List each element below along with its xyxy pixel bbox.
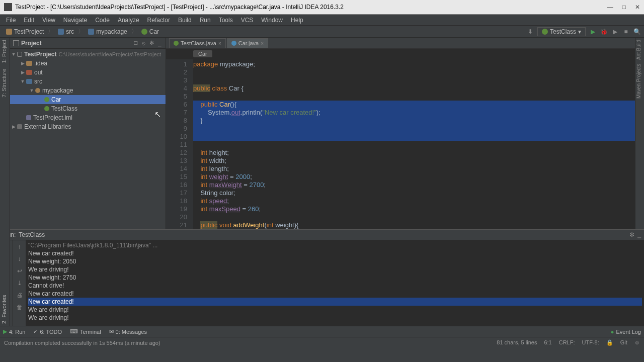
project-tree[interactable]: ▼ TestProject C:\Users\student\IdeaProje… [10, 49, 166, 229]
lock-icon[interactable]: 🔒 [606, 339, 613, 346]
close-tab-icon[interactable]: × [218, 41, 221, 46]
left-tool-stripe: 1: Project 7: Structure [0, 38, 10, 229]
tab-car-java[interactable]: Car.java × [227, 38, 268, 48]
settings-icon[interactable]: ✻ [148, 40, 155, 46]
chevron-down-icon[interactable]: ▼ [10, 52, 17, 57]
tree-package[interactable]: ▼ mypackage [10, 86, 166, 95]
class-icon [174, 41, 179, 46]
folder-icon [26, 79, 32, 84]
tab-project[interactable]: 1: Project [1, 40, 9, 63]
menu-tools[interactable]: Tools [215, 16, 237, 25]
chevron-down-icon[interactable]: ▼ [28, 88, 35, 93]
tree-src[interactable]: ▼ src [10, 77, 166, 86]
settings-icon[interactable]: ✻ [629, 231, 634, 238]
close-icon[interactable]: ✕ [635, 4, 640, 11]
breadcrumb-package[interactable]: mypackage [85, 28, 130, 36]
menu-help[interactable]: Help [287, 16, 307, 25]
hector-icon[interactable]: ☺ [634, 339, 640, 346]
tree-external-libraries[interactable]: ▶ External Libraries [10, 122, 166, 131]
maximize-icon[interactable]: □ [622, 4, 626, 11]
debug-button[interactable]: 🐞 [600, 28, 608, 36]
caret-position[interactable]: 6:1 [544, 339, 551, 346]
editor-breadcrumb: Car [166, 49, 644, 59]
up-stack-icon[interactable]: ↑ [15, 242, 24, 251]
tab-structure[interactable]: 7: Structure [1, 69, 9, 98]
menu-window[interactable]: Window [257, 16, 287, 25]
soft-wrap-icon[interactable]: ↩ [15, 266, 24, 276]
chevron-down-icon[interactable]: ▼ [19, 79, 26, 84]
collapse-all-icon[interactable]: ⊟ [132, 40, 139, 46]
menu-build[interactable]: Build [174, 16, 196, 25]
folder-icon [58, 29, 64, 35]
class-icon [231, 41, 236, 46]
tab-messages[interactable]: ✉0: Messages [109, 328, 147, 335]
hide-icon[interactable]: ⎯ [637, 231, 641, 238]
tree-car[interactable]: Car [10, 95, 166, 104]
folder-icon [26, 61, 32, 66]
editor-tabs: TestClass.java × Car.java × [166, 38, 644, 49]
status-message: Compilation completed successfully in 1s… [4, 340, 160, 346]
search-everywhere-icon[interactable]: 🔍 [633, 28, 641, 36]
menu-run[interactable]: Run [196, 16, 215, 25]
line-separator[interactable]: CRLF: [559, 339, 575, 346]
clear-all-icon[interactable]: 🗑 [15, 303, 24, 312]
app-icon [4, 3, 12, 11]
code-text[interactable]: package mypackage; public class Car { pu… [193, 59, 638, 229]
console-output[interactable]: "C:\Program Files\Java\jdk1.8.0_111\bin\… [26, 240, 644, 326]
module-icon [17, 52, 22, 57]
tree-testclass[interactable]: TestClass [10, 104, 166, 113]
editor-breadcrumb-class[interactable]: Car [193, 50, 212, 57]
breadcrumb-class[interactable]: Car [138, 28, 162, 36]
run-config-selector[interactable]: TestClass ▾ [537, 27, 586, 36]
folder-icon [6, 29, 12, 35]
menu-analyze[interactable]: Analyze [114, 16, 143, 25]
class-icon [44, 97, 49, 102]
tab-todo[interactable]: ✓6: TODO [33, 328, 62, 335]
make-project-icon[interactable]: ⬇ [526, 28, 534, 36]
tree-out[interactable]: ▶ out [10, 68, 166, 77]
run-config-name: TestClass [19, 231, 45, 238]
tree-iml[interactable]: TestProject.iml [10, 113, 166, 122]
class-icon [141, 29, 147, 35]
scroll-from-source-icon[interactable]: ⎋ [141, 40, 146, 46]
code-editor[interactable]: 123456789101112131415161718192021 packag… [166, 59, 644, 229]
menu-file[interactable]: File [2, 16, 20, 25]
breadcrumb-project[interactable]: TestProject [3, 28, 47, 36]
stop-button[interactable]: ■ [622, 28, 630, 36]
tree-root[interactable]: ▼ TestProject C:\Users\student\IdeaProje… [10, 50, 166, 59]
coverage-button[interactable]: ▶ [611, 28, 619, 36]
tab-run[interactable]: ▶4: Run [3, 328, 25, 335]
vcs-branch[interactable]: Git [620, 339, 627, 346]
tab-ant-build[interactable]: Ant Build [636, 40, 643, 60]
menu-refactor[interactable]: Refactor [143, 16, 174, 25]
chevron-right-icon[interactable]: ▶ [19, 70, 26, 75]
menu-edit[interactable]: Edit [20, 16, 38, 25]
tab-testclass-java[interactable]: TestClass.java × [169, 38, 226, 48]
file-encoding[interactable]: UTF-8: [582, 339, 599, 346]
print-icon[interactable]: 🖨 [15, 291, 24, 300]
chevron-right-icon[interactable]: ▶ [10, 124, 17, 129]
breadcrumb-src[interactable]: src [55, 28, 77, 36]
tree-idea[interactable]: ▶ .idea [10, 59, 166, 68]
scroll-to-end-icon[interactable]: ⤓ [15, 279, 24, 288]
project-title[interactable]: Project [21, 40, 130, 47]
chevron-right-icon[interactable]: ▶ [19, 61, 26, 66]
hide-icon[interactable]: ⎯ [157, 40, 163, 46]
window-title: TestProject - [C:\Users\student\IdeaProj… [15, 4, 344, 11]
down-stack-icon[interactable]: ↓ [15, 254, 24, 263]
menu-navigate[interactable]: Navigate [59, 16, 91, 25]
event-log-icon: ● [611, 329, 614, 335]
menu-code[interactable]: Code [91, 16, 114, 25]
close-tab-icon[interactable]: × [261, 41, 264, 46]
play-icon: ▶ [3, 328, 7, 335]
run-button[interactable]: ▶ [589, 28, 597, 36]
tab-favorites[interactable]: 2: Favorites [1, 231, 7, 324]
menu-view[interactable]: View [38, 16, 59, 25]
tab-terminal[interactable]: ⌨Terminal [70, 328, 101, 335]
editor: TestClass.java × Car.java × Car 12345678… [166, 38, 644, 229]
run-header: Run: TestClass ✻ ⎯ [0, 230, 644, 240]
menu-vcs[interactable]: VCS [237, 16, 258, 25]
tab-event-log[interactable]: Event Log [616, 329, 641, 335]
tab-maven-projects[interactable]: Maven Projects [636, 64, 643, 99]
minimize-icon[interactable]: — [607, 4, 613, 11]
